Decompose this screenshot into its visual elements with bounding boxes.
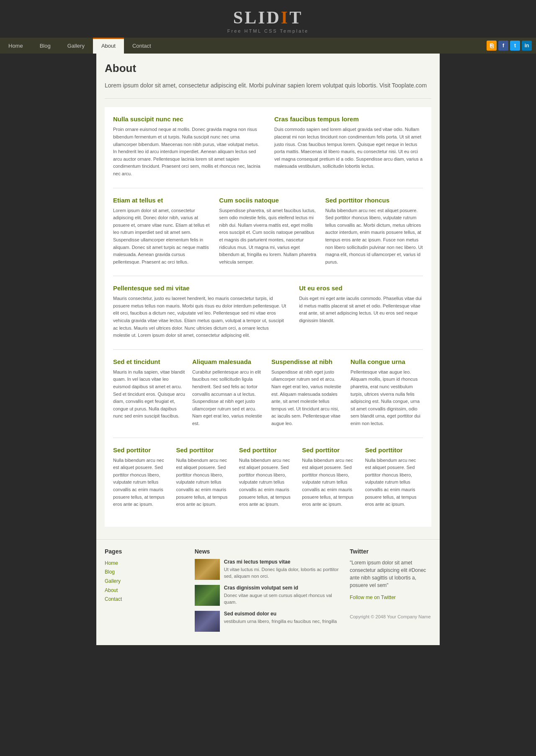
news-body-2: Donec vitae augue ut sem cursus aliquet …	[224, 592, 342, 606]
five-col-body-2: Nulla bibendum arcu nec est aliquet posu…	[176, 457, 234, 508]
section-title-nulla-c: Nulla congue urna	[350, 358, 423, 365]
news-title-1: Cras mi lectus tempus vitae	[224, 559, 342, 565]
twitter-quote: "Lorem ipsum dolor sit amet consectetur …	[350, 559, 431, 589]
five-col-1: Sed porttitor Nulla bibendum arcu nec es…	[113, 446, 171, 508]
twitter-follow-link[interactable]: Follow me on Twitter	[350, 593, 431, 602]
section-title-aliquam: Aliquam malesuada	[192, 358, 265, 365]
five-col-title-1: Sed porttitor	[113, 446, 171, 454]
section-body-nulla-c: Pellentesque vitae augue leo. Aliquam mo…	[350, 369, 423, 428]
divider-1	[113, 188, 423, 188]
section-title-nulla: Nulla suscipit nunc nec	[113, 115, 262, 123]
five-col-3: Sed porttitor Nulla bibendum arcu nec es…	[239, 446, 297, 508]
nav-gallery[interactable]: Gallery	[59, 38, 93, 54]
main-content: Nulla suscipit nunc nec Proin ornare eui…	[105, 107, 431, 526]
five-col-5: Sed porttitor Nulla bibendum arcu nec es…	[365, 446, 423, 508]
five-col-2: Sed porttitor Nulla bibendum arcu nec es…	[176, 446, 234, 508]
news-thumb-1	[195, 559, 220, 580]
footer: Pages Home Blog Gallery About Contact Ne…	[96, 539, 440, 645]
footer-pages: Pages Home Blog Gallery About Contact	[105, 548, 186, 637]
header: SLIDIT Free HTML CSS Template	[0, 0, 536, 38]
footer-link-about[interactable]: About	[105, 586, 186, 595]
rss-icon[interactable]: ⎘	[487, 41, 497, 51]
four-col-4: Nulla congue urna Pellentesque vitae aug…	[350, 358, 423, 428]
wide-narrow-section: Pellentesque sed mi vitae Mauris consect…	[113, 284, 423, 339]
section-body-sed-et: Mauris in nulla sapien, vitae blandit qu…	[113, 369, 186, 420]
navigation: Home Blog Gallery About Contact ⎘ f t in	[0, 38, 536, 54]
site-logo: SLIDIT	[0, 8, 536, 28]
four-col-section: Sed et tincidunt Mauris in nulla sapien,…	[113, 358, 423, 428]
five-col-section: Sed porttitor Nulla bibendum arcu nec es…	[113, 446, 423, 508]
news-title-3: Sed euismod dolor eu	[224, 611, 337, 617]
section-title-susp: Suspendisse at nibh	[271, 358, 344, 365]
five-col-body-3: Nulla bibendum arcu nec est aliquet posu…	[239, 457, 297, 508]
facebook-icon[interactable]: f	[498, 41, 508, 51]
four-col-3: Suspendisse at nibh Suspendisse at nibh …	[271, 358, 344, 428]
two-col-left: Nulla suscipit nunc nec Proin ornare eui…	[113, 115, 262, 177]
section-body-susp: Suspendisse at nibh eget justo ullamcorp…	[271, 369, 344, 428]
footer-link-blog[interactable]: Blog	[105, 568, 186, 577]
news-thumb-2	[195, 585, 220, 606]
news-item-3: Sed euismod dolor eu vestibulum urna lib…	[195, 611, 342, 632]
news-title-2: Cras dignissim volutpat sem id	[224, 585, 342, 591]
five-col-body-4: Nulla bibendum arcu nec est aliquet posu…	[302, 457, 360, 508]
section-title-ut-eu: Ut eu eros sed	[299, 284, 423, 292]
page-title-area: About Lorem ipsum dolor sit amet, consec…	[105, 62, 431, 99]
section-body-cras: Duis commodo sapien sed lorem aliquet gr…	[274, 126, 423, 170]
footer-copyright: Copyright © 2048 Your Company Name	[350, 614, 430, 619]
four-col-2: Aliquam malesuada Curabitur pellentesque…	[192, 358, 265, 428]
five-col-4: Sed porttitor Nulla bibendum arcu nec es…	[302, 446, 360, 508]
page-wrapper: About Lorem ipsum dolor sit amet, consec…	[96, 54, 440, 539]
three-col-2: Cum sociis natoque Suspendisse pharetra,…	[219, 197, 317, 266]
three-col-section: Etiam at tellus et Lorem ipsum dolor sit…	[113, 197, 423, 266]
news-body-1: Ut vitae luctus mi. Donec ligula dolor, …	[224, 566, 342, 580]
news-text-2: Cras dignissim volutpat sem id Donec vit…	[224, 585, 342, 606]
section-body-nulla: Proin ornare euismod neque at mollis. Do…	[113, 126, 262, 177]
logo-orange: I	[281, 8, 289, 27]
nav-home[interactable]: Home	[0, 38, 31, 54]
linkedin-icon[interactable]: in	[522, 41, 532, 51]
news-text-1: Cras mi lectus tempus vitae Ut vitae luc…	[224, 559, 342, 580]
nav-about[interactable]: About	[93, 38, 124, 54]
footer-twitter: Twitter "Lorem ipsum dolor sit amet cons…	[350, 548, 431, 637]
section-body-ut-eu: Duis eget mi eget ante iaculis commodo. …	[299, 295, 423, 324]
four-col-1: Sed et tincidunt Mauris in nulla sapien,…	[113, 358, 186, 428]
news-thumb-3	[195, 611, 220, 632]
section-title-pell: Pellentesque sed mi vitae	[113, 284, 286, 292]
section-title-sed-port: Sed porttitor rhoncus	[325, 197, 423, 204]
section-body-aliquam: Curabitur pellentesque arcu in elit fauc…	[192, 369, 265, 428]
divider-4	[113, 438, 423, 438]
five-col-body-1: Nulla bibendum arcu nec est aliquet posu…	[113, 457, 171, 508]
section-body-pell: Mauris consectetur, justo eu laoreet hen…	[113, 295, 286, 339]
page-title: About	[105, 62, 431, 75]
five-col-title-5: Sed porttitor	[365, 446, 423, 454]
footer-twitter-title: Twitter	[350, 548, 431, 555]
logo-text-start: SLID	[233, 8, 281, 27]
footer-news-title: News	[195, 548, 342, 555]
section-title-cras: Cras faucibus tempus lorem	[274, 115, 423, 123]
five-col-body-5: Nulla bibendum arcu nec est aliquet posu…	[365, 457, 423, 508]
footer-link-gallery[interactable]: Gallery	[105, 577, 186, 586]
footer-link-contact[interactable]: Contact	[105, 595, 186, 604]
nav-links: Home Blog Gallery About Contact	[0, 38, 160, 54]
divider-3	[113, 349, 423, 350]
section-body-sed-port: Nulla bibendum arcu nec est aliquet posu…	[325, 207, 423, 266]
page-intro: Lorem ipsum dolor sit amet, consectetur …	[105, 81, 431, 90]
nav-contact[interactable]: Contact	[124, 38, 160, 54]
two-col-right: Cras faucibus tempus lorem Duis commodo …	[274, 115, 423, 177]
news-body-3: vestibulum urna libero, fringilla eu fau…	[224, 618, 337, 625]
section-body-cum: Suspendisse pharetra, sit amet faucibus …	[219, 207, 317, 266]
news-item-1: Cras mi lectus tempus vitae Ut vitae luc…	[195, 559, 342, 580]
three-col-3: Sed porttitor rhoncus Nulla bibendum arc…	[325, 197, 423, 266]
twitter-icon[interactable]: t	[510, 41, 520, 51]
nav-blog[interactable]: Blog	[31, 38, 59, 54]
section-title-etiam: Etiam at tellus et	[113, 197, 211, 204]
wide-col: Pellentesque sed mi vitae Mauris consect…	[113, 284, 286, 339]
two-col-section-1: Nulla suscipit nunc nec Proin ornare eui…	[113, 115, 423, 177]
news-item-2: Cras dignissim volutpat sem id Donec vit…	[195, 585, 342, 606]
footer-link-home[interactable]: Home	[105, 559, 186, 568]
content-background: About Lorem ipsum dolor sit amet, consec…	[96, 54, 440, 645]
footer-pages-title: Pages	[105, 548, 186, 555]
news-text-3: Sed euismod dolor eu vestibulum urna lib…	[224, 611, 337, 632]
site-tagline: Free HTML CSS Template	[0, 28, 536, 33]
five-col-title-2: Sed porttitor	[176, 446, 234, 454]
